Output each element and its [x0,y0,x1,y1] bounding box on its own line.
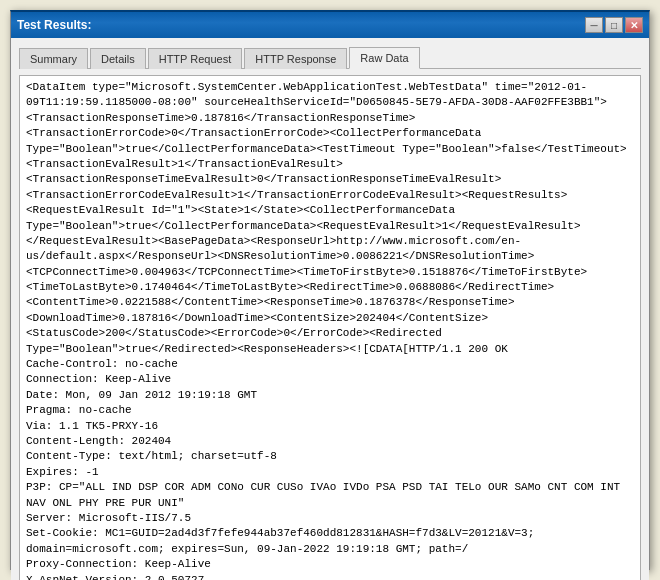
title-bar-controls: ─ □ ✕ [585,17,643,33]
title-bar: Test Results: ─ □ ✕ [11,12,649,38]
raw-data-content[interactable]: <DataItem type="Microsoft.SystemCenter.W… [20,76,640,580]
window-close-button[interactable]: ✕ [625,17,643,33]
window-content: Summary Details HTTP Request HTTP Respon… [11,38,649,580]
tab-http-response[interactable]: HTTP Response [244,48,347,69]
content-area: <DataItem type="Microsoft.SystemCenter.W… [19,75,641,580]
test-results-window: Test Results: ─ □ ✕ Summary Details HTTP… [10,10,650,570]
minimize-button[interactable]: ─ [585,17,603,33]
tab-raw-data[interactable]: Raw Data [349,47,419,69]
maximize-button[interactable]: □ [605,17,623,33]
tab-details[interactable]: Details [90,48,146,69]
tabs-container: Summary Details HTTP Request HTTP Respon… [19,46,641,69]
tab-http-request[interactable]: HTTP Request [148,48,243,69]
window-title: Test Results: [17,18,91,32]
tab-summary[interactable]: Summary [19,48,88,69]
